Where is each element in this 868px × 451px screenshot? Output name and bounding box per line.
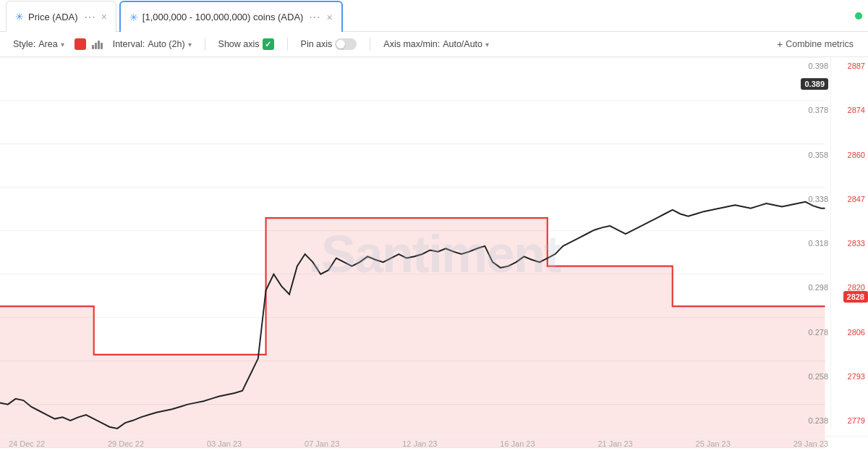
chart-area: .Santiment 0.398: [0, 57, 868, 451]
axis-maxmin-value: Auto/Auto: [443, 39, 482, 49]
y-axis-left: 0.398 0.378 0.358 0.338 0.318 0.298 0.27…: [788, 57, 828, 429]
pin-axis-control[interactable]: Pin axis: [297, 36, 362, 52]
style-selector[interactable]: Style: Area ▾: [9, 37, 69, 51]
price-value-badge: 0.389: [801, 78, 828, 90]
x-label-7: 25 Jan 23: [696, 439, 731, 448]
show-axis-control[interactable]: Show axis ✓: [214, 36, 278, 52]
y-right-label-0: 2887: [848, 62, 865, 70]
x-axis: 24 Dec 22 29 Dec 22 03 Jan 23 07 Jan 23 …: [0, 436, 868, 451]
y-label-4: 0.318: [808, 239, 828, 248]
pin-axis-toggle[interactable]: [335, 38, 357, 50]
current-coins-badge: 2828: [843, 290, 868, 303]
show-axis-checkbox[interactable]: ✓: [263, 38, 274, 50]
tab-coins-snowflake-icon: ✳: [129, 12, 138, 23]
toolbar: Style: Area ▾ Interval: Auto (2h) ▾ Show…: [0, 32, 868, 57]
y-right-label-2: 2860: [848, 151, 865, 159]
tab-bar: ✳ Price (ADA) ⋯ × ✳ [1,000,000 - 100,000…: [0, 0, 868, 32]
axis-maxmin-label: Axis max/min:: [383, 39, 440, 49]
y-label-0: 0.398: [808, 62, 828, 70]
y-right-label-4: 2833: [848, 239, 865, 248]
y-right-label-3: 2847: [848, 195, 865, 203]
pin-axis-label: Pin axis: [301, 39, 333, 49]
x-label-8: 29 Jan 23: [793, 439, 828, 448]
x-label-3: 07 Jan 23: [305, 439, 339, 448]
separator-1: [205, 38, 205, 51]
combine-plus-icon: +: [777, 38, 783, 50]
tab-coins-ada-label: [1,000,000 - 100,000,000) coins (ADA): [142, 12, 304, 22]
tab-coins-options-icon[interactable]: ⋯: [309, 10, 320, 24]
status-indicator: [855, 12, 862, 20]
x-label-5: 16 Jan 23: [500, 439, 535, 448]
y-label-2: 0.358: [808, 151, 828, 159]
tab-price-ada-label: Price (ADA): [28, 12, 78, 22]
axis-maxmin-chevron-icon: ▾: [485, 41, 489, 49]
axis-maxmin-selector[interactable]: Axis max/min: Auto/Auto ▾: [379, 37, 493, 51]
x-label-1: 29 Dec 22: [108, 439, 144, 448]
style-chevron-icon: ▾: [61, 41, 64, 49]
show-axis-label: Show axis: [218, 39, 260, 49]
style-label: Style:: [13, 39, 35, 49]
tab-price-close-icon[interactable]: ×: [101, 11, 107, 22]
y-axis-right: 2887 2874 2860 2847 2833 2820 2806 2793 …: [830, 57, 868, 429]
y-right-label-7: 2793: [848, 372, 865, 381]
tab-coins-close-icon[interactable]: ×: [326, 12, 332, 23]
combine-metrics-label: Combine metrics: [786, 39, 854, 49]
interval-selector[interactable]: Interval: Auto (2h) ▾: [109, 37, 196, 51]
y-right-label-6: 2806: [848, 328, 865, 337]
y-label-8: 0.238: [808, 416, 828, 425]
y-label-3: 0.338: [808, 195, 828, 203]
main-container: ✳ Price (ADA) ⋯ × ✳ [1,000,000 - 100,000…: [0, 0, 868, 451]
y-label-7: 0.258: [808, 372, 828, 381]
tab-price-ada[interactable]: ✳ Price (ADA) ⋯ ×: [6, 1, 116, 32]
coins-value-badge: 2828: [843, 291, 868, 303]
x-label-2: 03 Jan 23: [207, 439, 242, 448]
tab-price-options-icon[interactable]: ⋯: [84, 10, 95, 24]
x-label-4: 12 Jan 23: [402, 439, 437, 448]
y-label-6: 0.278: [808, 328, 828, 337]
combine-metrics-button[interactable]: + Combine metrics: [771, 36, 859, 52]
tab-snowflake-icon: ✳: [15, 11, 24, 22]
separator-2: [287, 38, 288, 51]
y-right-label-8: 2779: [848, 416, 865, 425]
y-label-5: 0.298: [808, 283, 828, 292]
interval-chart-icon: [92, 39, 103, 49]
x-label-6: 21 Jan 23: [597, 439, 632, 448]
interval-label: Interval:: [113, 39, 145, 49]
y-label-1: 0.378: [808, 106, 828, 114]
style-value: Area: [38, 39, 57, 49]
tab-coins-ada[interactable]: ✳ [1,000,000 - 100,000,000) coins (ADA) …: [119, 1, 343, 32]
y-right-label-1: 2874: [848, 106, 865, 114]
interval-chevron-icon: ▾: [188, 41, 192, 49]
current-price-badge: 0.389: [801, 77, 828, 90]
color-picker[interactable]: [75, 38, 86, 50]
x-label-0: 24 Dec 22: [9, 439, 45, 448]
interval-value: Auto (2h): [148, 39, 184, 49]
separator-3: [370, 38, 370, 51]
chart-svg: [0, 57, 868, 451]
